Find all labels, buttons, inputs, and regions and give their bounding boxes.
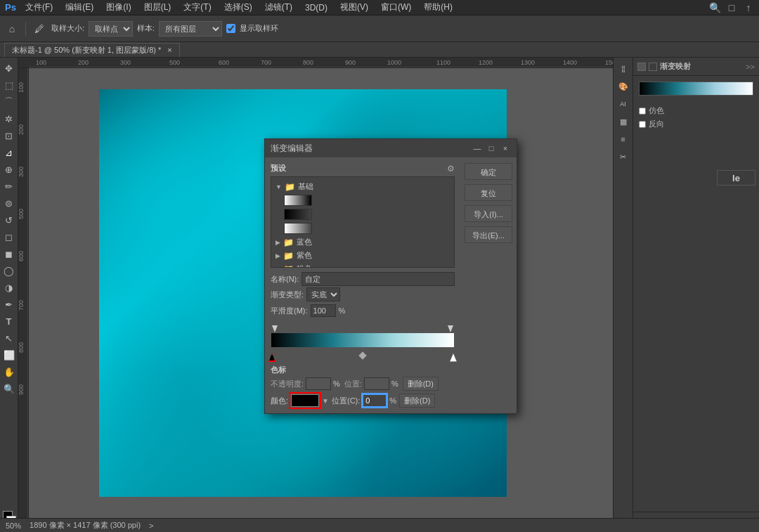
far-right-btn-5[interactable]: ≡ bbox=[615, 131, 632, 148]
opacity-position-pct: % bbox=[391, 379, 398, 388]
presets-list[interactable]: ▼ 📁 基础 bbox=[271, 176, 455, 268]
eraser-tool[interactable]: ◻ bbox=[1, 229, 17, 245]
crop-tool[interactable]: ⊡ bbox=[1, 128, 17, 143]
far-right-panel: ≡≡ 🎨 AI ▦ ≡ ✂ bbox=[613, 58, 632, 532]
menu-file[interactable]: 文件(F) bbox=[20, 0, 58, 15]
color-delete-btn[interactable]: 删除(D) bbox=[399, 394, 435, 408]
move-tool[interactable]: ✥ bbox=[1, 60, 17, 76]
opacity-stop-right[interactable] bbox=[448, 325, 453, 332]
dialog-max-btn[interactable]: □ bbox=[486, 143, 497, 154]
eyedropper-tool-left[interactable]: ⊿ bbox=[1, 145, 17, 160]
dodge-tool[interactable]: ◑ bbox=[1, 280, 17, 295]
gradient-editor-dialog: 渐变编辑器 — □ × 预设 ⚙ bbox=[264, 138, 517, 414]
presets-gear-icon[interactable]: ⚙ bbox=[447, 164, 455, 174]
menu-select[interactable]: 选择(S) bbox=[219, 0, 258, 15]
reset-btn[interactable]: 复位 bbox=[465, 184, 512, 201]
opacity-field-input[interactable] bbox=[306, 377, 331, 390]
opacity-stop-left[interactable] bbox=[272, 325, 278, 332]
workspace-icon[interactable]: □ bbox=[724, 0, 739, 15]
gradient-tool[interactable]: ◼ bbox=[1, 246, 17, 261]
color-position-input[interactable] bbox=[363, 394, 387, 407]
pen-tool[interactable]: ✒ bbox=[1, 297, 17, 312]
props-type-icon bbox=[649, 63, 657, 71]
share-icon[interactable]: ↑ bbox=[741, 0, 756, 15]
blur-tool[interactable]: ◯ bbox=[1, 263, 17, 278]
opacity-delete-btn[interactable]: 删除(D) bbox=[403, 377, 439, 391]
menu-filter[interactable]: 滤镜(T) bbox=[259, 0, 298, 15]
menu-3d[interactable]: 3D(D) bbox=[299, 1, 333, 14]
menu-window[interactable]: 窗口(W) bbox=[375, 0, 417, 15]
path-select-tool[interactable]: ↖ bbox=[1, 330, 17, 346]
color-swatch-button[interactable] bbox=[291, 394, 319, 407]
sample-select[interactable]: 所有图层 bbox=[159, 21, 222, 37]
status-arrow[interactable]: > bbox=[149, 521, 153, 530]
opacity-pct: % bbox=[333, 379, 340, 388]
eyedropper-tool[interactable]: 🖉 bbox=[32, 21, 47, 37]
folder-purple[interactable]: ▶ 📁 紫色 bbox=[274, 249, 451, 262]
far-right-btn-3[interactable]: AI bbox=[615, 96, 632, 112]
show-sample-checkbox[interactable] bbox=[226, 24, 235, 33]
props-visibility-icon[interactable] bbox=[637, 63, 646, 71]
smoothness-input[interactable] bbox=[311, 304, 336, 317]
name-input[interactable] bbox=[301, 272, 455, 286]
search-icon[interactable]: 🔍 bbox=[707, 0, 722, 15]
dialog-title-bar[interactable]: 渐变编辑器 — □ × bbox=[265, 139, 517, 157]
preset-item-wt[interactable] bbox=[283, 221, 451, 235]
healing-tool[interactable]: ⊕ bbox=[1, 162, 17, 177]
far-right-btn-2[interactable]: 🎨 bbox=[615, 78, 632, 95]
type-tool[interactable]: T bbox=[1, 313, 17, 329]
midpoint-diamond[interactable] bbox=[358, 351, 366, 359]
menu-help[interactable]: 帮助(H) bbox=[418, 0, 458, 15]
menu-edit[interactable]: 编辑(E) bbox=[60, 0, 99, 15]
sample-size-select[interactable]: 取样点 bbox=[89, 21, 133, 37]
reverse-checkbox[interactable] bbox=[639, 121, 646, 128]
far-right-btn-1[interactable]: ≡≡ bbox=[615, 60, 632, 77]
home-icon[interactable]: ⌂ bbox=[4, 21, 20, 37]
canvas-area[interactable]: 渐变编辑器 — □ × 预设 ⚙ bbox=[29, 68, 613, 532]
props-expand-icon[interactable]: >> bbox=[746, 63, 755, 71]
tab-document[interactable]: 未标题-1 @ 50% (新变映射 1, 图层蒙版/8) * × bbox=[4, 43, 180, 57]
far-right-btn-6[interactable]: ✂ bbox=[615, 148, 632, 165]
import-btn[interactable]: 导入(I)... bbox=[465, 205, 512, 222]
folder-basic[interactable]: ▼ 📁 基础 bbox=[274, 180, 451, 193]
select-tool[interactable]: ⬚ bbox=[1, 77, 17, 93]
history-brush-tool[interactable]: ↺ bbox=[1, 212, 17, 228]
color-stop-white-shape bbox=[450, 353, 457, 362]
clone-tool[interactable]: ⊜ bbox=[1, 195, 17, 211]
hand-tool[interactable]: ✋ bbox=[1, 364, 17, 379]
dither-checkbox[interactable] bbox=[639, 108, 646, 115]
toolbar: ⌂ 🖉 取样大小: 取样点 样本: 所有图层 显示取样环 bbox=[0, 15, 759, 42]
zoom-tool[interactable]: 🔍 bbox=[1, 381, 17, 396]
far-right-btn-4[interactable]: ▦ bbox=[615, 113, 632, 130]
color-stop-white[interactable] bbox=[450, 353, 457, 362]
gradient-bar[interactable] bbox=[271, 332, 455, 348]
tab-bar: 未标题-1 @ 50% (新变映射 1, 图层蒙版/8) * × bbox=[0, 42, 759, 58]
folder-blue[interactable]: ▶ 📁 蓝色 bbox=[274, 235, 451, 249]
menu-layer[interactable]: 图层(L) bbox=[138, 0, 177, 15]
folder-icon-basic: 📁 bbox=[285, 182, 295, 192]
preset-item-bw[interactable] bbox=[283, 193, 451, 207]
menu-image[interactable]: 图像(I) bbox=[100, 0, 136, 15]
folder-pink[interactable]: ▶ 📁 粉色 bbox=[274, 262, 451, 268]
magic-wand-tool[interactable]: ✲ bbox=[1, 111, 17, 126]
dither-label: 仿色 bbox=[649, 105, 664, 116]
gradient-strip-preview[interactable] bbox=[639, 82, 753, 96]
color-stop-black[interactable] bbox=[268, 353, 275, 362]
menu-view[interactable]: 视图(V) bbox=[335, 0, 374, 15]
menu-text[interactable]: 文字(T) bbox=[178, 0, 216, 15]
tab-close[interactable]: × bbox=[167, 46, 171, 54]
svg-text:900: 900 bbox=[18, 384, 25, 395]
preset-item-bt[interactable] bbox=[283, 207, 451, 221]
export-btn[interactable]: 导出(E)... bbox=[465, 226, 512, 243]
confirm-btn[interactable]: 确定 bbox=[465, 163, 512, 180]
gradient-type-select[interactable]: 实底 bbox=[306, 287, 340, 301]
svg-text:800: 800 bbox=[18, 342, 25, 353]
shape-tool[interactable]: ⬜ bbox=[1, 347, 17, 363]
brush-tool[interactable]: ✏ bbox=[1, 179, 17, 194]
dialog-close-btn[interactable]: × bbox=[500, 143, 511, 154]
opacity-position-input[interactable] bbox=[364, 377, 389, 390]
gradient-preview-area bbox=[633, 76, 759, 104]
dialog-min-btn[interactable]: — bbox=[472, 143, 483, 154]
color-dropdown-arrow[interactable]: ▼ bbox=[322, 397, 329, 405]
lasso-tool[interactable]: ⌒ bbox=[1, 94, 17, 110]
